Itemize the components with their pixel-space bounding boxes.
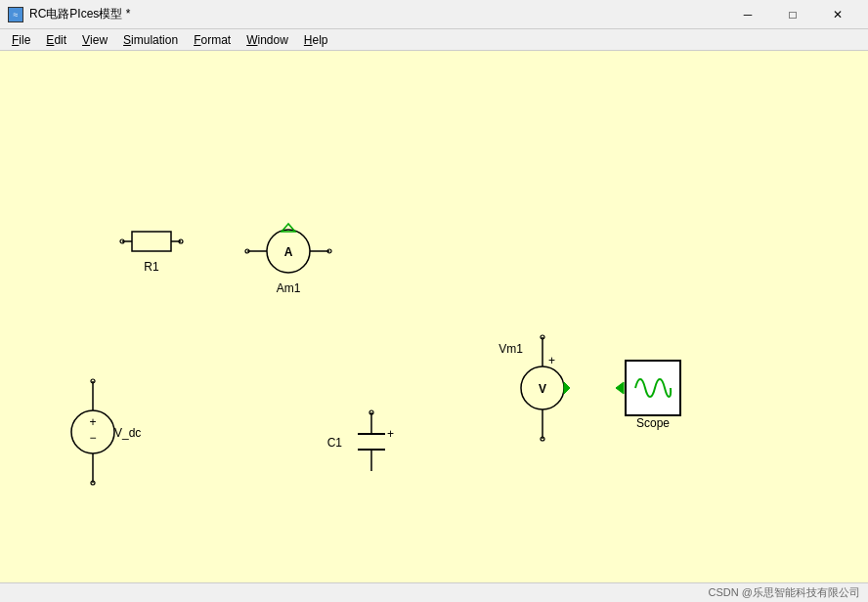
scope-component: Scope — [616, 361, 680, 430]
maximize-button[interactable]: □ — [770, 0, 815, 29]
close-button[interactable]: ✕ — [815, 0, 860, 29]
status-bar: CSDN @乐思智能科技有限公司 — [0, 582, 868, 602]
menu-bar: File Edit View Simulation Format Window … — [0, 29, 868, 51]
svg-text:+: + — [387, 427, 394, 441]
svg-marker-33 — [564, 382, 570, 394]
menu-window[interactable]: Window — [239, 29, 296, 50]
menu-simulation[interactable]: Simulation — [115, 29, 186, 50]
svg-text:−: − — [89, 431, 96, 445]
vm1-component: V + Vm1 — [499, 335, 570, 441]
svg-text:V_dc: V_dc — [114, 426, 141, 440]
svg-text:Scope: Scope — [636, 416, 670, 430]
title-controls: ─ □ ✕ — [725, 0, 860, 29]
title-bar: ≈ RC电路PIces模型 * ─ □ ✕ — [0, 0, 868, 29]
svg-text:Am1: Am1 — [277, 281, 301, 295]
menu-help[interactable]: Help — [296, 29, 336, 50]
svg-text:A: A — [284, 245, 293, 259]
svg-rect-39 — [626, 361, 680, 415]
schematic-canvas: R1 A Am1 + − — [0, 51, 868, 563]
svg-text:C1: C1 — [327, 436, 343, 450]
svg-text:Vm1: Vm1 — [499, 342, 523, 356]
vdc-component: + − V_dc — [71, 379, 141, 485]
svg-marker-38 — [616, 382, 624, 394]
menu-edit[interactable]: Edit — [38, 29, 74, 50]
r1-component: R1 — [120, 232, 183, 274]
svg-text:+: + — [89, 415, 96, 429]
canvas-area[interactable]: R1 A Am1 + − — [0, 51, 868, 582]
title-left: ≈ RC电路PIces模型 * — [8, 6, 130, 22]
svg-rect-2 — [132, 232, 171, 251]
menu-view[interactable]: View — [74, 29, 115, 50]
menu-file[interactable]: File — [4, 29, 38, 50]
app-icon: ≈ — [8, 7, 23, 22]
svg-text:V: V — [539, 382, 546, 396]
am1-component: A Am1 — [245, 224, 331, 295]
status-text: CSDN @乐思智能科技有限公司 — [709, 585, 860, 600]
menu-format[interactable]: Format — [186, 29, 239, 50]
c1-component: + C1 — [327, 410, 394, 471]
window-title: RC电路PIces模型 * — [29, 6, 130, 22]
svg-text:R1: R1 — [144, 260, 159, 274]
svg-text:+: + — [548, 354, 555, 367]
minimize-button[interactable]: ─ — [725, 0, 770, 29]
